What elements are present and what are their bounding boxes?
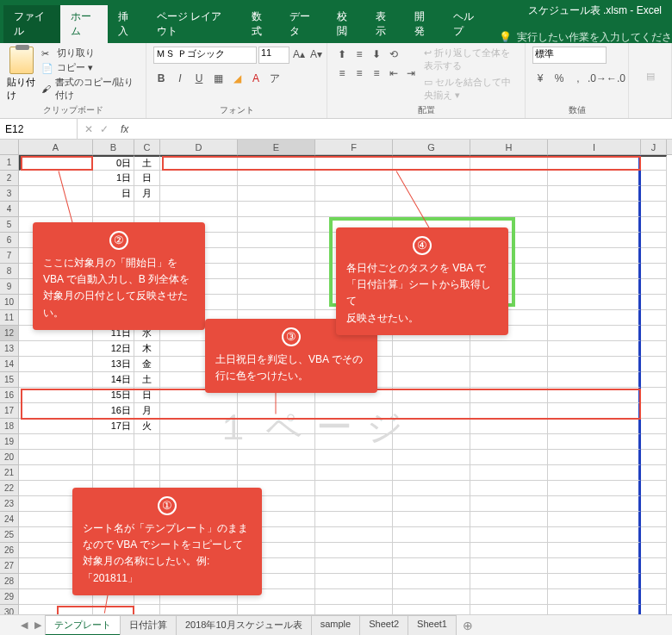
cell-I13[interactable] xyxy=(548,341,641,357)
cell-I15[interactable] xyxy=(548,372,641,388)
cell-J14[interactable] xyxy=(641,357,667,372)
cell-C1[interactable]: 土 xyxy=(134,155,160,171)
bold-button[interactable]: B xyxy=(153,71,169,86)
cell-H19[interactable] xyxy=(470,434,548,450)
row-4[interactable]: 4 xyxy=(0,202,672,217)
cell-H27[interactable] xyxy=(470,558,548,574)
cell-G3[interactable] xyxy=(393,186,470,202)
align-right-icon[interactable]: ≡ xyxy=(369,65,384,81)
tab-layout[interactable]: ページ レイアウト xyxy=(146,5,241,43)
sheet-tab[interactable]: sample xyxy=(311,615,360,636)
align-center-icon[interactable]: ≡ xyxy=(352,65,367,81)
name-box[interactable]: E12 xyxy=(0,119,78,139)
row-header[interactable]: 12 xyxy=(0,326,19,341)
cell-G15[interactable] xyxy=(393,372,470,388)
spreadsheet-grid[interactable]: A B C D E F G H I J 10日土21日日3日月4567898日日… xyxy=(0,140,672,614)
cell-D20[interactable] xyxy=(160,450,238,465)
cell-B13[interactable]: 12日 xyxy=(93,341,134,357)
cell-E10[interactable] xyxy=(238,295,315,310)
cell-E17[interactable] xyxy=(238,403,315,419)
cell-H16[interactable] xyxy=(470,388,548,403)
row-17[interactable]: 1716日月 xyxy=(0,403,672,419)
indent-dec-icon[interactable]: ⇤ xyxy=(386,65,401,81)
orientation-icon[interactable]: ⟲ xyxy=(386,47,401,62)
tellme-box[interactable]: 💡 xyxy=(499,31,672,43)
cell-I19[interactable] xyxy=(548,434,641,450)
cell-A2[interactable] xyxy=(19,171,93,186)
cell-A15[interactable] xyxy=(19,372,93,388)
tab-dev[interactable]: 開発 xyxy=(404,5,443,43)
cell-H15[interactable] xyxy=(470,372,548,388)
cell-I8[interactable] xyxy=(548,264,641,279)
row-header[interactable]: 16 xyxy=(0,388,19,403)
font-color-button[interactable]: A xyxy=(248,71,264,86)
cell-C2[interactable]: 日 xyxy=(134,171,160,186)
cell-B14[interactable]: 13日 xyxy=(93,357,134,372)
cell-E3[interactable] xyxy=(238,186,315,202)
cell-I17[interactable] xyxy=(548,403,641,419)
font-name-select[interactable]: ＭＳ Ｐゴシック xyxy=(153,47,257,64)
cell-D1[interactable] xyxy=(160,155,238,171)
row-header[interactable]: 25 xyxy=(0,527,19,543)
cell-F28[interactable] xyxy=(315,574,393,589)
row-header[interactable]: 22 xyxy=(0,481,19,496)
col-J[interactable]: J xyxy=(641,140,667,154)
cell-F4[interactable] xyxy=(315,202,393,217)
cell-I10[interactable] xyxy=(548,295,641,310)
row-header[interactable]: 24 xyxy=(0,512,19,527)
row-header[interactable]: 13 xyxy=(0,341,19,357)
cell-J29[interactable] xyxy=(641,589,667,605)
cell-E2[interactable] xyxy=(238,171,315,186)
cell-G16[interactable] xyxy=(393,388,470,403)
cell-H18[interactable] xyxy=(470,419,548,434)
cell-E4[interactable] xyxy=(238,202,315,217)
font-size-select[interactable]: 11 xyxy=(258,47,289,64)
cell-F1[interactable] xyxy=(315,155,393,171)
cell-E9[interactable] xyxy=(238,279,315,295)
cell-D2[interactable] xyxy=(160,171,238,186)
cell-B20[interactable] xyxy=(93,450,134,465)
cell-I21[interactable] xyxy=(548,465,641,481)
col-G[interactable]: G xyxy=(393,140,470,154)
cell-H25[interactable] xyxy=(470,527,548,543)
cell-F21[interactable] xyxy=(315,465,393,481)
cell-J5[interactable] xyxy=(641,217,667,233)
cell-J28[interactable] xyxy=(641,574,667,589)
cell-B21[interactable] xyxy=(93,465,134,481)
col-F[interactable]: F xyxy=(315,140,393,154)
cell-H29[interactable] xyxy=(470,589,548,605)
cell-H20[interactable] xyxy=(470,450,548,465)
cell-I3[interactable] xyxy=(548,186,641,202)
col-B[interactable]: B xyxy=(93,140,134,154)
cell-A17[interactable] xyxy=(19,403,93,419)
indent-inc-icon[interactable]: ⇥ xyxy=(403,65,419,81)
cell-J23[interactable] xyxy=(641,496,667,512)
cell-J19[interactable] xyxy=(641,434,667,450)
row-3[interactable]: 3日月 xyxy=(0,186,672,202)
cell-E21[interactable] xyxy=(238,465,315,481)
cell-J9[interactable] xyxy=(641,279,667,295)
row-header[interactable]: 8 xyxy=(0,264,19,279)
tab-review[interactable]: 校閲 xyxy=(327,5,365,43)
cell-A14[interactable] xyxy=(19,357,93,372)
cell-F25[interactable] xyxy=(315,527,393,543)
cell-C3[interactable]: 月 xyxy=(134,186,160,202)
cell-I5[interactable] xyxy=(548,217,641,233)
sheet-tab[interactable]: Sheet1 xyxy=(408,615,457,636)
cell-D30[interactable] xyxy=(160,605,238,614)
row-header[interactable]: 20 xyxy=(0,450,19,465)
cell-I1[interactable] xyxy=(548,155,641,171)
format-painter-button[interactable]: 🖌書式のコピー/貼り付け xyxy=(41,76,139,102)
cell-I14[interactable] xyxy=(548,357,641,372)
cell-C21[interactable] xyxy=(134,465,160,481)
row-30[interactable]: 30 xyxy=(0,605,672,614)
cell-I6[interactable] xyxy=(548,233,641,248)
cell-F3[interactable] xyxy=(315,186,393,202)
cell-F17[interactable] xyxy=(315,403,393,419)
row-header[interactable]: 7 xyxy=(0,248,19,264)
cell-A19[interactable] xyxy=(19,434,93,450)
cell-F19[interactable] xyxy=(315,434,393,450)
cell-H13[interactable] xyxy=(470,341,548,357)
row-2[interactable]: 21日日 xyxy=(0,171,672,186)
inc-decimal-icon[interactable]: .0→ xyxy=(589,71,605,86)
